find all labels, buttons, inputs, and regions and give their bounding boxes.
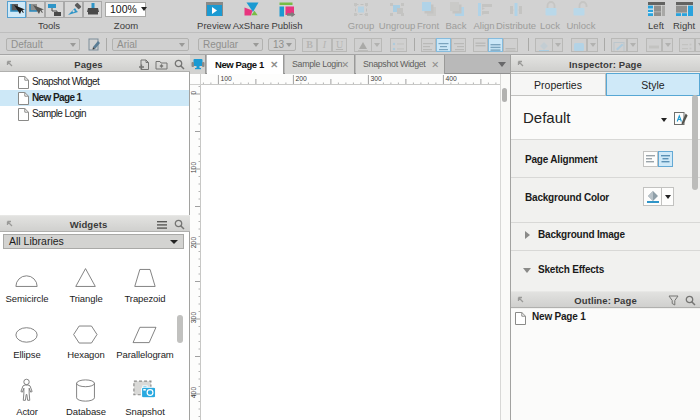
- svg-text:400: 400: [445, 75, 457, 82]
- svg-text:200: 200: [190, 237, 197, 249]
- svg-text:0: 0: [190, 90, 197, 94]
- svg-text:100: 100: [190, 162, 197, 174]
- svg-text:300: 300: [370, 75, 382, 82]
- svg-text:300: 300: [190, 312, 197, 324]
- svg-text:100: 100: [220, 75, 232, 82]
- svg-text:400: 400: [190, 387, 197, 399]
- svg-text:200: 200: [295, 75, 307, 82]
